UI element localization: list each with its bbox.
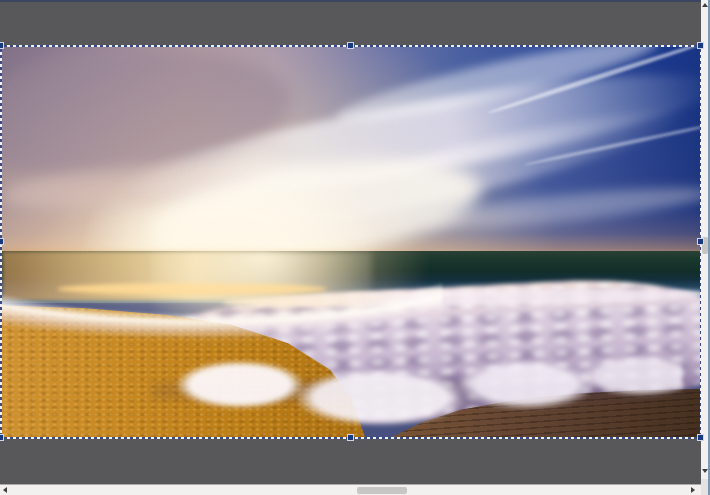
horizontal-scrollbar[interactable] (0, 484, 701, 495)
photo-sun-haze (2, 197, 502, 437)
image-editor-canvas[interactable] (0, 0, 710, 495)
scroll-right-arrow-icon[interactable] (691, 487, 695, 493)
selection-handle-middle-left[interactable] (0, 238, 4, 245)
selection-handle-top-right[interactable] (697, 42, 704, 49)
selection-handle-top-left[interactable] (0, 42, 4, 49)
selection-handle-top-center[interactable] (347, 42, 354, 49)
selection-handle-bottom-center[interactable] (347, 434, 354, 441)
selection-handle-bottom-left[interactable] (0, 434, 4, 441)
window-top-edge (0, 0, 701, 2)
horizontal-scrollbar-thumb[interactable] (357, 487, 407, 494)
selection-handle-bottom-right[interactable] (697, 434, 704, 441)
beach-sunset-photo[interactable] (2, 47, 700, 437)
selection-handle-middle-right[interactable] (697, 238, 704, 245)
scroll-left-arrow-icon[interactable] (3, 487, 7, 493)
